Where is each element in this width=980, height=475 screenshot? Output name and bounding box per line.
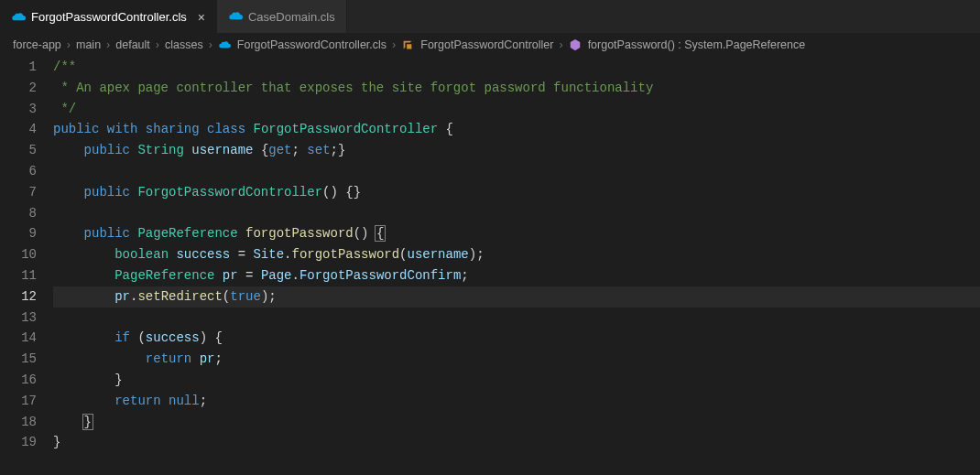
- line-number: 12: [0, 286, 37, 308]
- chevron-right-icon: ›: [106, 38, 110, 51]
- code-line: [53, 308, 980, 329]
- close-icon[interactable]: ×: [198, 10, 205, 25]
- code-line: return null;: [53, 391, 980, 412]
- code-line: boolean success = Site.forgotPassword(us…: [53, 244, 980, 265]
- code-line: }: [53, 370, 980, 391]
- code-line: pr.setRedirect(true);: [53, 286, 980, 308]
- code-line: [53, 161, 980, 182]
- line-number: 7: [0, 182, 37, 203]
- salesforce-icon: [11, 12, 26, 23]
- tab-forgotpassword[interactable]: ForgotPasswordController.cls ×: [0, 0, 217, 33]
- gutter: 1 2 3 4 5 6 7 8 9 10 11 12 13 14 15 16 1…: [0, 57, 53, 453]
- line-number: 8: [0, 203, 37, 224]
- chevron-right-icon: ›: [209, 38, 212, 51]
- code-line: * An apex page controller that exposes t…: [53, 78, 980, 99]
- line-number: 5: [0, 140, 37, 161]
- breadcrumb-method[interactable]: forgotPassword() : System.PageReference: [588, 38, 806, 51]
- breadcrumb-segment[interactable]: classes: [165, 38, 203, 51]
- salesforce-icon: [218, 40, 231, 50]
- salesforce-icon: [228, 11, 243, 22]
- code-editor[interactable]: 1 2 3 4 5 6 7 8 9 10 11 12 13 14 15 16 1…: [0, 57, 980, 453]
- class-icon: [401, 38, 414, 51]
- code-line: [53, 203, 980, 224]
- code-line: return pr;: [53, 349, 980, 370]
- line-number: 18: [0, 412, 37, 433]
- code-line: }: [53, 412, 980, 433]
- code-line: public PageReference forgotPassword() {: [53, 223, 980, 244]
- chevron-right-icon: ›: [67, 38, 71, 51]
- code-line: /**: [53, 57, 980, 78]
- tab-label: ForgotPasswordController.cls: [31, 10, 187, 24]
- breadcrumb-segment[interactable]: force-app: [13, 38, 61, 51]
- code-line: public with sharing class ForgotPassword…: [53, 119, 980, 140]
- line-number: 3: [0, 99, 37, 120]
- line-number: 6: [0, 161, 37, 182]
- code-line: public ForgotPasswordController() {}: [53, 182, 980, 203]
- line-number: 15: [0, 349, 37, 370]
- tab-label: CaseDomain.cls: [248, 10, 335, 24]
- line-number: 4: [0, 119, 37, 140]
- code-line: public String username {get; set;}: [53, 140, 980, 161]
- breadcrumb-segment[interactable]: main: [76, 38, 101, 51]
- code-line: */: [53, 99, 980, 120]
- line-number: 16: [0, 370, 37, 391]
- line-number: 1: [0, 57, 37, 78]
- line-number: 10: [0, 244, 37, 265]
- line-number: 13: [0, 308, 37, 329]
- breadcrumb[interactable]: force-app› main› default› classes› Forgo…: [0, 33, 980, 57]
- tab-casedomain[interactable]: CaseDomain.cls: [217, 0, 347, 33]
- code-area[interactable]: /** * An apex page controller that expos…: [53, 57, 980, 453]
- breadcrumb-class[interactable]: ForgotPasswordController: [420, 38, 553, 51]
- code-line: }: [53, 432, 980, 453]
- chevron-right-icon: ›: [392, 38, 396, 51]
- breadcrumb-file[interactable]: ForgotPasswordController.cls: [237, 38, 387, 51]
- breadcrumb-segment[interactable]: default: [115, 38, 150, 51]
- line-number: 17: [0, 391, 37, 412]
- line-number: 19: [0, 432, 37, 453]
- line-number: 9: [0, 223, 37, 244]
- line-number: 2: [0, 78, 37, 99]
- line-number: 11: [0, 265, 37, 286]
- line-number: 14: [0, 328, 37, 349]
- chevron-right-icon: ›: [559, 38, 562, 51]
- code-line: if (success) {: [53, 328, 980, 349]
- code-line: PageReference pr = Page.ForgotPasswordCo…: [53, 265, 980, 286]
- chevron-right-icon: ›: [156, 38, 159, 51]
- method-icon: [569, 38, 582, 51]
- tab-bar: ForgotPasswordController.cls × CaseDomai…: [0, 0, 980, 33]
